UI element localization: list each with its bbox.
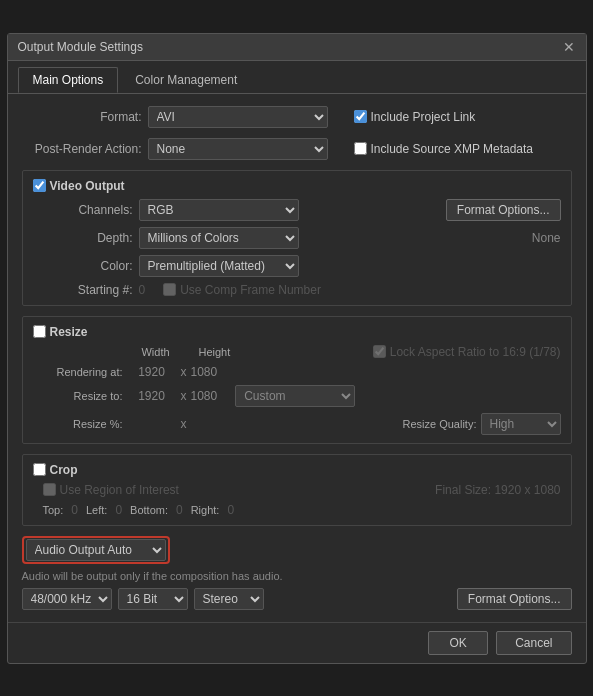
width-col-label: Width (131, 346, 181, 358)
resize-to-row: Resize to: 1920 x 1080 Custom (33, 385, 561, 407)
include-project-link-label[interactable]: Include Project Link (354, 110, 476, 124)
channels-select[interactable]: RGB (139, 199, 299, 221)
color-select[interactable]: Premultiplied (Matted) (139, 255, 299, 277)
use-comp-frame-checkbox (163, 283, 176, 296)
format-row: Format: AVI Include Project Link (22, 106, 572, 128)
depth-label: Depth: (43, 231, 133, 245)
audio-bottom-row: 48/000 kHz 16 Bit Stereo Format Options.… (22, 588, 572, 610)
audio-section: Audio Output Auto Audio will be output o… (22, 536, 572, 610)
bottom-label: Bottom: (130, 504, 168, 516)
crop-header: Crop (33, 463, 561, 477)
bit-depth-select[interactable]: 16 Bit (118, 588, 188, 610)
resize-checkbox[interactable] (33, 325, 46, 338)
include-project-link-checkbox[interactable] (354, 110, 367, 123)
crop-values-row: Top: 0 Left: 0 Bottom: 0 Right: 0 (33, 503, 561, 517)
lock-aspect-checkbox (373, 345, 386, 358)
resize-section: Resize Width Height Lock Aspect Ratio to… (22, 316, 572, 444)
resize-preset-select[interactable]: Custom (235, 385, 355, 407)
dialog-window: Output Module Settings ✕ Main Options Co… (7, 33, 587, 664)
dialog-title: Output Module Settings (18, 40, 143, 54)
resize-pct-x-label: x (181, 417, 187, 431)
channels-label: Channels: (43, 203, 133, 217)
starting-row: Starting #: 0 Use Comp Frame Number (33, 283, 561, 297)
audio-dropdown-row: Audio Output Auto (22, 536, 572, 564)
resize-checkbox-label[interactable]: Resize (33, 325, 88, 339)
resize-to-x: x (181, 389, 187, 403)
ok-button[interactable]: OK (428, 631, 488, 655)
resize-header-row: Width Height Lock Aspect Ratio to 16:9 (… (33, 345, 561, 359)
resize-to-h: 1080 (191, 389, 218, 403)
right-label: Right: (191, 504, 220, 516)
resize-pct-label: Resize %: (43, 418, 123, 430)
format-label: Format: (22, 110, 142, 124)
audio-channels-select[interactable]: Stereo (194, 588, 264, 610)
use-comp-frame-label: Use Comp Frame Number (163, 283, 321, 297)
include-source-xmp-label[interactable]: Include Source XMP Metadata (354, 142, 534, 156)
tabs-bar: Main Options Color Management (8, 61, 586, 94)
bottom-val: 0 (176, 503, 183, 517)
rendering-at-label: Rendering at: (43, 366, 123, 378)
channels-row: Channels: RGB Format Options... (33, 199, 561, 221)
post-render-select[interactable]: None (148, 138, 328, 160)
depth-select[interactable]: Millions of Colors (139, 227, 299, 249)
video-output-header: Video Output (33, 179, 561, 193)
tab-color-management[interactable]: Color Management (120, 67, 252, 93)
post-render-row: Post-Render Action: None Include Source … (22, 138, 572, 160)
crop-checkbox[interactable] (33, 463, 46, 476)
resize-header: Resize (33, 325, 561, 339)
top-val: 0 (71, 503, 78, 517)
right-val: 0 (227, 503, 234, 517)
left-label: Left: (86, 504, 107, 516)
rendering-x: x (181, 365, 187, 379)
color-label: Color: (43, 259, 133, 273)
video-output-checkbox[interactable] (33, 179, 46, 192)
close-button[interactable]: ✕ (562, 40, 576, 54)
video-format-options-button[interactable]: Format Options... (446, 199, 561, 221)
audio-note: Audio will be output only if the composi… (22, 570, 572, 582)
post-render-label: Post-Render Action: (22, 142, 142, 156)
lock-aspect-label: Lock Aspect Ratio to 16:9 (1/78) (373, 345, 561, 359)
none-label: None (532, 231, 561, 245)
starting-val: 0 (139, 283, 146, 297)
crop-inner-row: Use Region of Interest Final Size: 1920 … (33, 483, 561, 497)
video-output-section: Video Output Channels: RGB Format Option… (22, 170, 572, 306)
resize-to-label: Resize to: (43, 390, 123, 402)
dialog-footer: OK Cancel (8, 622, 586, 663)
main-content: Format: AVI Include Project Link Post-Re… (8, 94, 586, 622)
color-row: Color: Premultiplied (Matted) (33, 255, 561, 277)
audio-output-select[interactable]: Audio Output Auto (26, 539, 166, 561)
crop-checkbox-label[interactable]: Crop (33, 463, 78, 477)
title-bar: Output Module Settings ✕ (8, 34, 586, 61)
left-val: 0 (115, 503, 122, 517)
use-roi-checkbox (43, 483, 56, 496)
rendering-h: 1080 (191, 365, 218, 379)
resize-quality-select[interactable]: High (481, 413, 561, 435)
top-label: Top: (43, 504, 64, 516)
crop-section: Crop Use Region of Interest Final Size: … (22, 454, 572, 526)
audio-format-options-button[interactable]: Format Options... (457, 588, 572, 610)
depth-row: Depth: Millions of Colors None (33, 227, 561, 249)
starting-hash-label: Starting #: (43, 283, 133, 297)
resize-to-w: 1920 (127, 389, 177, 403)
audio-highlighted-border: Audio Output Auto (22, 536, 170, 564)
cancel-button[interactable]: Cancel (496, 631, 571, 655)
sample-rate-select[interactable]: 48/000 kHz (22, 588, 112, 610)
video-output-checkbox-label[interactable]: Video Output (33, 179, 125, 193)
final-size: Final Size: 1920 x 1080 (435, 483, 560, 497)
resize-quality-label: Resize Quality: (403, 418, 477, 430)
tab-main-options[interactable]: Main Options (18, 67, 119, 93)
rendering-at-row: Rendering at: 1920 x 1080 (33, 365, 561, 379)
resize-pct-row: Resize %: x Resize Quality: High (33, 413, 561, 435)
include-source-xmp-checkbox[interactable] (354, 142, 367, 155)
rendering-w: 1920 (127, 365, 177, 379)
format-select[interactable]: AVI (148, 106, 328, 128)
height-col-label: Height (199, 346, 231, 358)
use-roi-label: Use Region of Interest (43, 483, 179, 497)
